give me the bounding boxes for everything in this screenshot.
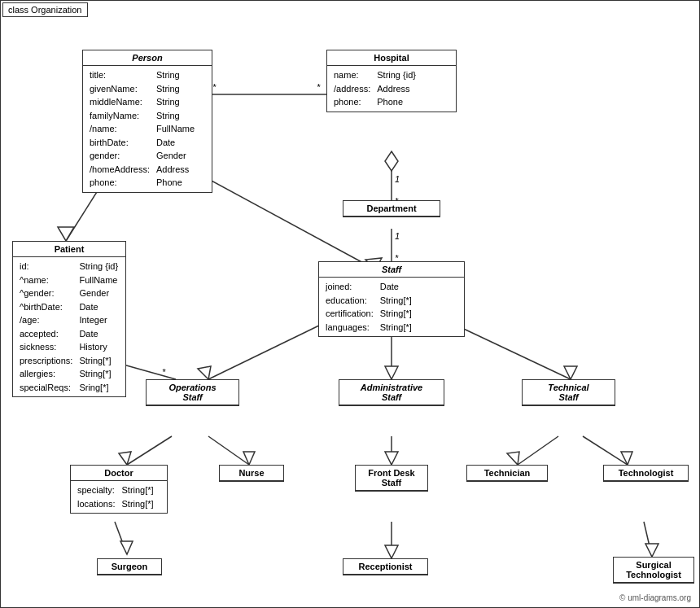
class-receptionist: Receptionist (343, 558, 428, 575)
svg-marker-16 (119, 452, 131, 465)
class-administrative-staff-title: AdministrativeStaff (339, 380, 444, 405)
class-surgical-technologist-title: SurgicalTechnologist (614, 558, 693, 583)
class-technician-title: Technician (467, 466, 547, 481)
class-front-desk-staff-title: Front DeskStaff (356, 466, 427, 491)
class-technician: Technician (466, 465, 548, 482)
svg-marker-12 (385, 366, 398, 379)
mult-dept-staff-1: 1 (395, 231, 400, 241)
svg-line-15 (127, 436, 172, 465)
class-hospital-attrs: name:String {id} /address:Address phone:… (327, 66, 456, 112)
svg-marker-28 (385, 545, 398, 558)
class-department: Department (343, 200, 440, 217)
class-operations-staff-title: OperationsStaff (147, 380, 238, 405)
class-administrative-staff: AdministrativeStaff (339, 379, 444, 406)
svg-marker-30 (645, 544, 658, 557)
class-patient-title: Patient (13, 242, 125, 257)
class-technical-staff: TechnicalStaff (522, 379, 615, 406)
class-front-desk-staff: Front DeskStaff (355, 465, 428, 492)
mult-person-hospital-left: * (212, 82, 216, 92)
class-person: Person title:String givenName:String mid… (82, 50, 212, 193)
svg-marker-20 (385, 452, 398, 465)
svg-line-29 (644, 522, 652, 557)
class-person-attrs: title:String givenName:String middleName… (83, 66, 212, 192)
svg-line-25 (115, 522, 127, 554)
class-patient: Patient id:String {id} ^name:FullName ^g… (12, 241, 126, 397)
svg-marker-10 (198, 366, 211, 379)
svg-line-17 (208, 436, 249, 465)
svg-marker-5 (58, 227, 74, 241)
class-nurse-title: Nurse (220, 466, 283, 481)
svg-line-23 (583, 436, 628, 465)
class-doctor-attrs: specialty:String[*] locations:String[*] (71, 481, 167, 513)
svg-marker-18 (243, 452, 255, 465)
svg-marker-14 (564, 366, 577, 379)
svg-marker-26 (120, 541, 133, 554)
class-surgical-technologist: SurgicalTechnologist (613, 557, 694, 584)
class-hospital-title: Hospital (327, 50, 456, 66)
class-surgeon-title: Surgeon (98, 559, 161, 575)
svg-line-21 (518, 436, 558, 465)
class-staff: Staff joined:Date education:String[*] ce… (318, 261, 465, 337)
svg-marker-24 (621, 452, 632, 465)
class-doctor: Doctor specialty:String[*] locations:Str… (70, 465, 168, 514)
class-department-title: Department (343, 201, 440, 217)
class-staff-title: Staff (319, 262, 464, 278)
class-patient-attrs: id:String {id} ^name:FullName ^gender:Ge… (13, 257, 125, 396)
class-surgeon: Surgeon (97, 558, 162, 575)
class-operations-staff: OperationsStaff (146, 379, 239, 406)
class-technologist-title: Technologist (604, 466, 688, 481)
mult-person-hospital-right: * (317, 82, 320, 92)
class-doctor-title: Doctor (71, 466, 167, 481)
class-hospital: Hospital name:String {id} /address:Addre… (326, 50, 457, 112)
class-receptionist-title: Receptionist (343, 559, 427, 575)
class-technical-staff-title: TechnicalStaff (523, 380, 615, 405)
class-person-title: Person (83, 50, 212, 66)
mult-hospital-dept-1: 1 (395, 174, 400, 184)
class-staff-attrs: joined:Date education:String[*] certific… (319, 278, 464, 336)
diagram: class Organization (0, 0, 700, 608)
class-technologist: Technologist (603, 465, 689, 482)
svg-marker-22 (507, 452, 519, 465)
copyright: © uml-diagrams.org (619, 593, 691, 602)
mult-ops-patient-star: * (162, 367, 165, 377)
svg-marker-2 (385, 151, 398, 171)
diagram-title: class Organization (2, 2, 88, 17)
class-nurse: Nurse (219, 465, 284, 482)
